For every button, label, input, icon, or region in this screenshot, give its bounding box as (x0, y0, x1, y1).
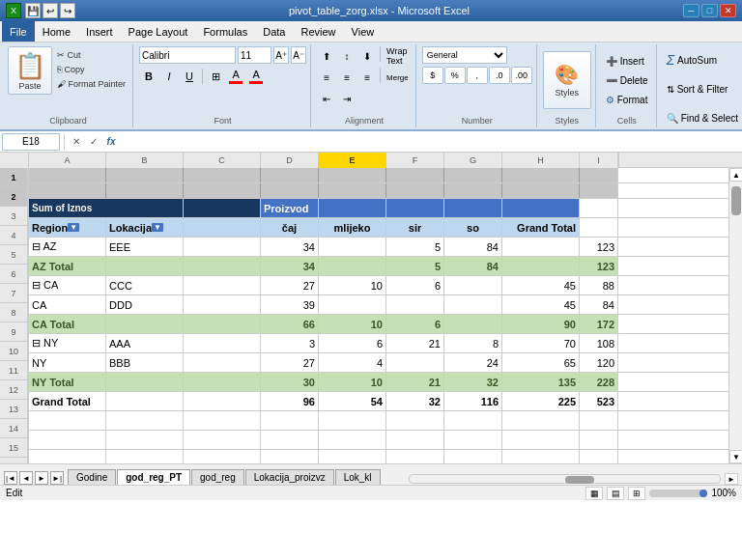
cell-c9[interactable] (184, 315, 261, 333)
cell-a11[interactable]: NY (29, 353, 106, 372)
indent-decrease-button[interactable]: ⇤ (317, 89, 336, 108)
cell-c1[interactable] (184, 168, 261, 182)
cell-c5[interactable] (184, 238, 261, 256)
cell-a8[interactable]: CA (29, 295, 106, 314)
cell-i9[interactable]: 172 (580, 315, 618, 333)
cell-b11[interactable]: BBB (106, 353, 184, 372)
menu-formulas[interactable]: Formulas (195, 21, 255, 42)
cell-h5[interactable] (502, 238, 580, 256)
cell-a4[interactable]: Region ▼ (29, 218, 106, 237)
sheet-tab-god-reg-pt[interactable]: god_reg_PT (117, 469, 190, 485)
cell-i6[interactable]: 123 (580, 257, 618, 275)
align-middle-button[interactable]: ↕ (337, 46, 357, 66)
cell-d15[interactable] (261, 431, 319, 449)
col-header-b[interactable]: B (106, 153, 184, 168)
cell-b5[interactable]: EEE (106, 238, 184, 256)
align-top-button[interactable]: ⬆ (317, 46, 336, 66)
italic-button[interactable]: I (159, 67, 179, 86)
cell-c8[interactable] (184, 295, 261, 314)
row-num-14[interactable]: 14 (0, 419, 28, 438)
cell-e1[interactable] (319, 168, 386, 182)
styles-button[interactable]: 🎨 Styles (543, 51, 591, 109)
row-num-4[interactable]: 4 (0, 226, 28, 245)
v-scroll-top[interactable] (618, 153, 632, 167)
cell-a2[interactable] (29, 183, 106, 198)
cell-h4[interactable]: Grand Total (502, 218, 580, 237)
quick-access[interactable]: 💾 ↩ ↪ (25, 3, 75, 18)
cell-f2[interactable] (386, 183, 444, 198)
cell-e12[interactable]: 10 (319, 373, 386, 391)
delete-cells-button[interactable]: ➖ Delete (602, 71, 652, 89)
row-num-8[interactable]: 8 (0, 303, 28, 322)
cell-e5[interactable] (319, 238, 386, 256)
comma-button[interactable]: , (467, 67, 488, 84)
cell-a5[interactable]: ⊟ AZ (29, 238, 106, 256)
font-size-selector[interactable] (238, 46, 271, 64)
cell-a15[interactable] (29, 431, 106, 449)
maximize-button[interactable]: □ (701, 4, 718, 17)
paste-button[interactable]: 📋 Paste (8, 46, 52, 95)
cell-i16[interactable] (580, 450, 618, 463)
cell-f12[interactable]: 21 (386, 373, 444, 391)
cell-b12[interactable] (106, 373, 184, 391)
cell-b1[interactable] (106, 168, 184, 182)
scroll-right-btn[interactable]: ► (725, 473, 738, 485)
cell-i5[interactable]: 123 (580, 238, 618, 256)
cell-f7[interactable]: 6 (386, 276, 444, 294)
cell-f13[interactable]: 32 (386, 392, 444, 410)
cell-e10[interactable]: 6 (319, 334, 386, 352)
cell-g2[interactable] (444, 183, 502, 198)
cell-g10[interactable]: 8 (444, 334, 502, 352)
cell-h13[interactable]: 225 (502, 392, 580, 410)
save-icon[interactable]: 💾 (25, 3, 41, 18)
cell-b7[interactable]: CCC (106, 276, 184, 294)
cell-a14[interactable] (29, 411, 106, 430)
cell-c12[interactable] (184, 373, 261, 391)
scroll-down-button[interactable]: ▼ (729, 450, 742, 463)
cell-g3[interactable] (444, 199, 502, 217)
cell-d8[interactable]: 39 (261, 295, 319, 314)
cell-a13[interactable]: Grand Total (29, 392, 106, 410)
cell-name-box[interactable] (2, 133, 60, 151)
cell-c6[interactable] (184, 257, 261, 275)
cell-g6[interactable]: 84 (444, 257, 502, 275)
cell-e15[interactable] (319, 431, 386, 449)
zoom-slider[interactable] (649, 490, 707, 497)
sort-filter-button[interactable]: ⇅ Sort & Filter (663, 75, 732, 102)
menu-page-layout[interactable]: Page Layout (121, 21, 196, 42)
cell-b8[interactable]: DDD (106, 295, 184, 314)
cell-d11[interactable]: 27 (261, 353, 319, 372)
menu-file[interactable]: File (2, 21, 35, 42)
cell-b14[interactable] (106, 411, 184, 430)
cell-b6[interactable] (106, 257, 184, 275)
cell-d1[interactable] (261, 168, 319, 182)
cell-e16[interactable] (319, 450, 386, 463)
cell-f3[interactable] (386, 199, 444, 217)
row-num-15[interactable]: 15 (0, 438, 28, 458)
wrap-text-button[interactable]: WrapText (384, 46, 410, 66)
cell-d7[interactable]: 27 (261, 276, 319, 294)
decimal-decrease-button[interactable]: .00 (511, 67, 532, 84)
cell-i8[interactable]: 84 (580, 295, 618, 314)
cell-g5[interactable]: 84 (444, 238, 502, 256)
page-layout-view-button[interactable]: ▤ (607, 487, 624, 500)
cell-c2[interactable] (184, 183, 261, 198)
sheet-tab-godine[interactable]: Godine (68, 469, 116, 485)
percent-button[interactable]: % (444, 67, 466, 84)
row-num-7[interactable]: 7 (0, 284, 28, 303)
cell-e13[interactable]: 54 (319, 392, 386, 410)
cell-a1[interactable] (29, 168, 106, 182)
cell-h16[interactable] (502, 450, 580, 463)
cell-i15[interactable] (580, 431, 618, 449)
cell-g15[interactable] (444, 431, 502, 449)
close-button[interactable]: ✕ (720, 4, 736, 17)
cell-i11[interactable]: 120 (580, 353, 618, 372)
font-color-button[interactable]: A (246, 67, 266, 86)
cell-i7[interactable]: 88 (580, 276, 618, 294)
underline-button[interactable]: U (180, 67, 199, 86)
vertical-scrollbar[interactable]: ▲ ▼ (728, 168, 742, 463)
col-header-d[interactable]: D (261, 153, 319, 168)
cut-button[interactable]: ✂ Cut (54, 48, 128, 62)
confirm-formula-button[interactable]: ✓ (86, 134, 101, 150)
cell-c16[interactable] (184, 450, 261, 463)
